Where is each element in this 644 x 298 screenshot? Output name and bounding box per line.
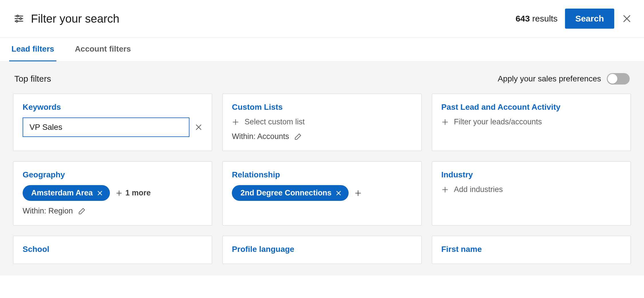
filter-sliders-icon	[14, 13, 24, 24]
search-button[interactable]: Search	[565, 9, 614, 29]
plus-icon	[441, 118, 449, 126]
card-title-first-name: First name	[441, 245, 621, 254]
select-custom-list-action[interactable]: Select custom list	[232, 117, 412, 126]
card-title-geography: Geography	[23, 170, 203, 179]
clear-keywords-icon[interactable]	[195, 123, 203, 131]
svg-point-1	[17, 15, 19, 17]
results-number: 643	[515, 14, 530, 23]
remove-pill-icon[interactable]	[335, 190, 342, 196]
plus-icon	[116, 190, 123, 197]
page-title: Filter your search	[31, 12, 119, 25]
geography-pills-row: Amsterdam Area 1 more	[23, 185, 203, 201]
plus-icon	[441, 186, 449, 193]
card-profile-language: Profile language	[222, 236, 421, 264]
add-industries-action[interactable]: Add industries	[441, 185, 621, 194]
tabs-bar: Lead filters Account filters	[0, 38, 644, 62]
card-title-past-activity: Past Lead and Account Activity	[441, 103, 621, 112]
geography-within-row: Within: Region	[23, 207, 203, 215]
card-industry: Industry Add industries	[432, 161, 631, 226]
add-relationship-icon[interactable]	[354, 189, 362, 197]
card-custom-lists: Custom Lists Select custom list Within: …	[222, 94, 421, 151]
tab-lead-filters[interactable]: Lead filters	[9, 38, 56, 61]
geography-pill-amsterdam[interactable]: Amsterdam Area	[23, 185, 110, 201]
card-title-school: School	[23, 245, 203, 254]
card-title-keywords: Keywords	[23, 103, 203, 112]
filter-leads-accounts-label: Filter your leads/accounts	[454, 117, 542, 126]
edit-geography-scope-icon[interactable]	[78, 207, 86, 215]
geography-more-label: 1 more	[125, 189, 151, 197]
keywords-input[interactable]	[23, 117, 189, 137]
relationship-pill-label: 2nd Degree Connections	[240, 189, 331, 197]
card-title-custom-lists: Custom Lists	[232, 103, 412, 112]
plus-icon	[232, 118, 239, 126]
remove-pill-icon[interactable]	[97, 190, 103, 196]
top-filters-heading: Top filters	[14, 74, 51, 84]
card-title-profile-language: Profile language	[232, 245, 412, 254]
geography-within-label: Within: Region	[23, 207, 73, 215]
keywords-input-row	[23, 117, 203, 137]
top-filters-row: Top filters Apply your sales preferences	[13, 62, 631, 94]
relationship-pills-row: 2nd Degree Connections	[232, 185, 412, 201]
filter-cards-grid: Keywords Custom Lists Select custom lis	[13, 94, 631, 264]
geography-more-chip[interactable]: 1 more	[116, 189, 151, 197]
close-icon[interactable]	[622, 13, 632, 24]
results-count: 643 results	[515, 14, 558, 23]
edit-custom-lists-scope-icon[interactable]	[294, 133, 302, 140]
results-label: results	[532, 14, 558, 23]
relationship-pill-2nd-degree[interactable]: 2nd Degree Connections	[232, 185, 349, 201]
card-first-name: First name	[432, 236, 631, 264]
card-keywords: Keywords	[13, 94, 212, 151]
card-past-activity: Past Lead and Account Activity Filter yo…	[432, 94, 631, 151]
card-title-industry: Industry	[441, 170, 621, 179]
header-left: Filter your search	[14, 12, 119, 25]
add-industries-label: Add industries	[454, 185, 503, 194]
svg-point-5	[16, 20, 18, 22]
sales-preferences-label: Apply your sales preferences	[498, 74, 601, 83]
svg-point-3	[20, 18, 21, 19]
tab-account-filters[interactable]: Account filters	[72, 38, 133, 61]
custom-lists-within-row: Within: Accounts	[232, 132, 412, 141]
header-right: 643 results Search	[515, 9, 632, 29]
card-relationship: Relationship 2nd Degree Connections	[222, 161, 421, 226]
sales-preferences-toggle[interactable]	[607, 73, 630, 85]
header-bar: Filter your search 643 results Search	[0, 0, 644, 38]
card-geography: Geography Amsterdam Area	[13, 161, 212, 226]
card-school: School	[13, 236, 212, 264]
geography-pill-label: Amsterdam Area	[31, 189, 93, 197]
sales-preferences-control: Apply your sales preferences	[498, 73, 630, 85]
custom-lists-within-label: Within: Accounts	[232, 132, 289, 141]
toggle-knob	[608, 74, 617, 84]
card-title-relationship: Relationship	[232, 170, 412, 179]
filters-body: Top filters Apply your sales preferences…	[0, 62, 644, 275]
select-custom-list-label: Select custom list	[244, 117, 305, 126]
filter-leads-accounts-action[interactable]: Filter your leads/accounts	[441, 117, 621, 126]
